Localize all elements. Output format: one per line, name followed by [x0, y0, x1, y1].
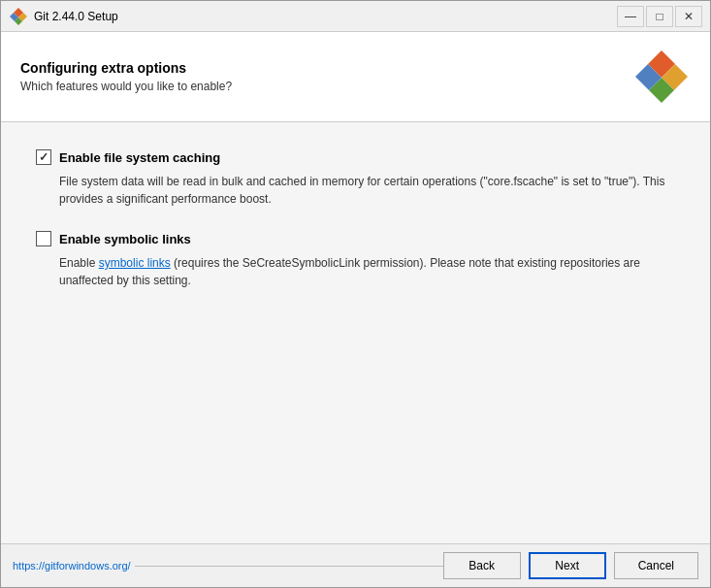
option-filesystem-caching: Enable file system caching File system d…	[36, 149, 675, 208]
symbolic-links-label: Enable symbolic links	[59, 232, 191, 246]
footer-link[interactable]: https://gitforwindows.org/	[13, 560, 131, 572]
symbolic-links-checkbox-label[interactable]: Enable symbolic links	[36, 231, 191, 246]
option-1-header: Enable file system caching	[36, 149, 675, 165]
title-bar-buttons: — □ ✕	[617, 6, 702, 27]
symbolic-links-desc: Enable symbolic links (requires the SeCr…	[59, 254, 675, 289]
maximize-button[interactable]: □	[646, 6, 673, 27]
page-title: Configuring extra options	[20, 60, 232, 76]
footer-bar: https://gitforwindows.org/ Back Next Can…	[1, 543, 710, 587]
title-bar: Git 2.44.0 Setup — □ ✕	[1, 1, 710, 32]
option-2-header: Enable symbolic links	[36, 231, 675, 246]
next-button[interactable]: Next	[529, 552, 606, 579]
footer-buttons: Back Next Cancel	[443, 552, 698, 579]
filesystem-caching-label: Enable file system caching	[59, 150, 220, 165]
close-button[interactable]: ✕	[675, 6, 702, 27]
filesystem-caching-checkbox[interactable]	[36, 149, 51, 165]
symbolic-links-checkbox[interactable]	[36, 231, 51, 246]
header-text: Configuring extra options Which features…	[20, 60, 232, 93]
footer-divider	[135, 566, 443, 567]
back-button[interactable]: Back	[443, 552, 521, 579]
filesystem-caching-checkbox-label[interactable]: Enable file system caching	[36, 149, 220, 165]
minimize-button[interactable]: —	[617, 6, 644, 27]
symbolic-links-desc-before: Enable	[59, 256, 99, 270]
git-logo-icon	[632, 48, 691, 106]
header-section: Configuring extra options Which features…	[1, 32, 710, 122]
setup-window: Git 2.44.0 Setup — □ ✕ Configuring extra…	[0, 0, 711, 588]
page-subtitle: Which features would you like to enable?	[20, 80, 232, 93]
window-title: Git 2.44.0 Setup	[34, 10, 617, 23]
cancel-button[interactable]: Cancel	[614, 552, 698, 579]
title-bar-icon	[9, 7, 28, 26]
content-area: Enable file system caching File system d…	[1, 122, 710, 543]
option-symbolic-links: Enable symbolic links Enable symbolic li…	[36, 231, 675, 289]
symbolic-links-link[interactable]: symbolic links	[99, 256, 171, 270]
filesystem-caching-desc: File system data will be read in bulk an…	[59, 173, 675, 208]
